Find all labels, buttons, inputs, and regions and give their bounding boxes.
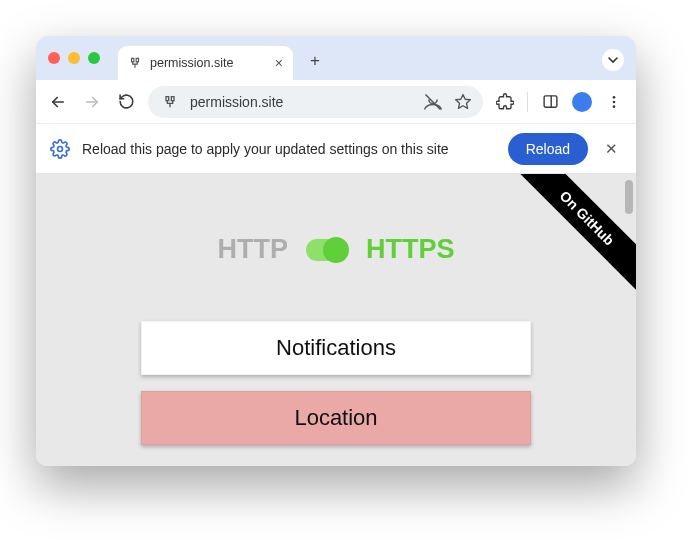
infobar-close-icon[interactable]: ✕ (600, 140, 622, 158)
location-button[interactable]: Location (141, 391, 531, 445)
svg-rect-3 (171, 96, 174, 100)
browser-window: permission.site × + permission.site (36, 36, 636, 466)
protocol-switch[interactable] (306, 239, 348, 261)
notifications-button[interactable]: Notifications (141, 321, 531, 375)
tab-favicon-icon (128, 56, 142, 70)
profile-button[interactable] (572, 92, 592, 112)
incognito-blocked-icon[interactable] (421, 90, 445, 114)
reload-button[interactable] (114, 90, 138, 114)
infobar-reload-button[interactable]: Reload (508, 133, 588, 165)
window-controls (48, 52, 100, 64)
tab-title: permission.site (150, 56, 233, 70)
toolbar-separator (527, 92, 528, 112)
https-label: HTTPS (366, 234, 455, 265)
minimize-window-icon[interactable] (68, 52, 80, 64)
svg-point-9 (613, 105, 616, 108)
svg-rect-0 (132, 58, 134, 62)
url-text: permission.site (190, 94, 413, 110)
svg-point-7 (613, 96, 616, 99)
titlebar: permission.site × + (36, 36, 636, 80)
scrollbar-thumb[interactable] (625, 180, 633, 214)
settings-infobar: Reload this page to apply your updated s… (36, 124, 636, 174)
svg-point-8 (613, 100, 616, 103)
svg-line-4 (426, 94, 441, 109)
menu-icon[interactable] (602, 90, 626, 114)
svg-rect-2 (166, 96, 169, 100)
close-window-icon[interactable] (48, 52, 60, 64)
infobar-message: Reload this page to apply your updated s… (82, 141, 496, 157)
gear-icon (50, 139, 70, 159)
extensions-icon[interactable] (493, 90, 517, 114)
maximize-window-icon[interactable] (88, 52, 100, 64)
browser-tab[interactable]: permission.site × (118, 46, 293, 80)
address-bar[interactable]: permission.site (148, 86, 483, 118)
svg-rect-1 (136, 58, 138, 62)
svg-point-10 (58, 146, 63, 151)
http-label: HTTP (217, 234, 288, 265)
tabs-dropdown-button[interactable] (602, 49, 624, 71)
site-settings-icon[interactable] (158, 90, 182, 114)
back-button[interactable] (46, 90, 70, 114)
sidepanel-icon[interactable] (538, 90, 562, 114)
tab-close-icon[interactable]: × (275, 56, 283, 70)
protocol-toggle: HTTP HTTPS (36, 234, 636, 265)
bookmark-icon[interactable] (451, 90, 475, 114)
toolbar: permission.site (36, 80, 636, 124)
new-tab-button[interactable]: + (301, 51, 329, 71)
page-content: On GitHub HTTP HTTPS Notifications Locat… (36, 174, 636, 466)
forward-button[interactable] (80, 90, 104, 114)
